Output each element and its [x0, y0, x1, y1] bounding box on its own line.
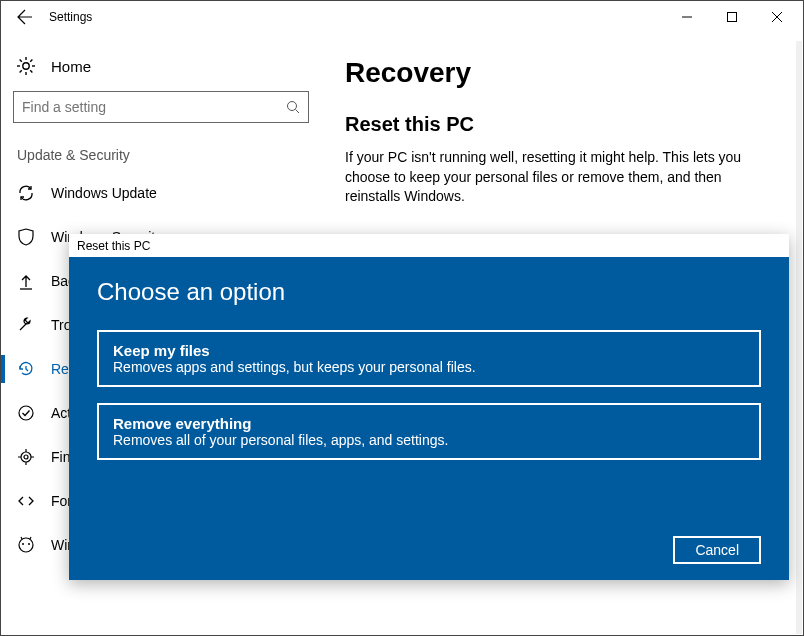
dialog-heading: Choose an option [97, 278, 761, 306]
dialog-titlebar: Reset this PC [69, 234, 789, 258]
svg-point-18 [28, 543, 30, 545]
svg-line-6 [20, 60, 22, 62]
window-titlebar: Settings [1, 1, 803, 33]
svg-point-13 [19, 406, 33, 420]
svg-point-1 [23, 63, 29, 69]
sync-icon [17, 184, 35, 202]
search-icon [286, 100, 300, 114]
sidebar-item-label: Windows Update [51, 185, 157, 201]
section-body: If your PC isn't running well, resetting… [345, 148, 779, 207]
svg-line-9 [30, 60, 32, 62]
category-label: Update & Security [17, 147, 309, 163]
window-title: Settings [49, 10, 92, 24]
search-input[interactable] [13, 91, 309, 123]
gear-icon [17, 57, 35, 75]
search-field[interactable] [22, 99, 286, 115]
svg-point-10 [288, 102, 297, 111]
code-icon [17, 492, 35, 510]
maximize-icon [727, 12, 737, 22]
sidebar-item-windows-update[interactable]: Windows Update [13, 171, 309, 215]
location-icon [17, 448, 35, 466]
history-icon [17, 360, 35, 378]
home-button[interactable]: Home [13, 49, 309, 91]
section-title: Reset this PC [345, 113, 779, 136]
minimize-button[interactable] [664, 1, 709, 33]
back-arrow-icon [17, 9, 33, 25]
window-controls [664, 1, 799, 33]
scrollbar[interactable] [796, 41, 802, 634]
shield-icon [17, 228, 35, 246]
close-button[interactable] [754, 1, 799, 33]
maximize-button[interactable] [709, 1, 754, 33]
svg-line-7 [30, 70, 32, 72]
back-button[interactable] [5, 1, 45, 33]
svg-point-17 [22, 543, 24, 545]
page-title: Recovery [345, 57, 779, 89]
home-label: Home [51, 58, 91, 75]
svg-line-8 [20, 70, 22, 72]
cancel-button[interactable]: Cancel [673, 536, 761, 564]
reset-dialog: Reset this PC Choose an option Keep my f… [69, 234, 789, 580]
dialog-title: Reset this PC [77, 239, 150, 253]
backup-icon [17, 272, 35, 290]
svg-point-15 [21, 452, 31, 462]
option-keep-files[interactable]: Keep my files Removes apps and settings,… [97, 330, 761, 387]
svg-line-11 [296, 110, 300, 114]
wrench-icon [17, 316, 35, 334]
option-remove-everything[interactable]: Remove everything Removes all of your pe… [97, 403, 761, 460]
option-title: Remove everything [113, 415, 745, 432]
svg-rect-0 [727, 13, 736, 22]
option-desc: Removes all of your personal files, apps… [113, 432, 745, 448]
minimize-icon [682, 12, 692, 22]
svg-point-14 [24, 455, 28, 459]
check-circle-icon [17, 404, 35, 422]
close-icon [772, 12, 782, 22]
option-desc: Removes apps and settings, but keeps you… [113, 359, 745, 375]
svg-point-16 [19, 538, 33, 552]
insider-icon [17, 536, 35, 554]
option-title: Keep my files [113, 342, 745, 359]
